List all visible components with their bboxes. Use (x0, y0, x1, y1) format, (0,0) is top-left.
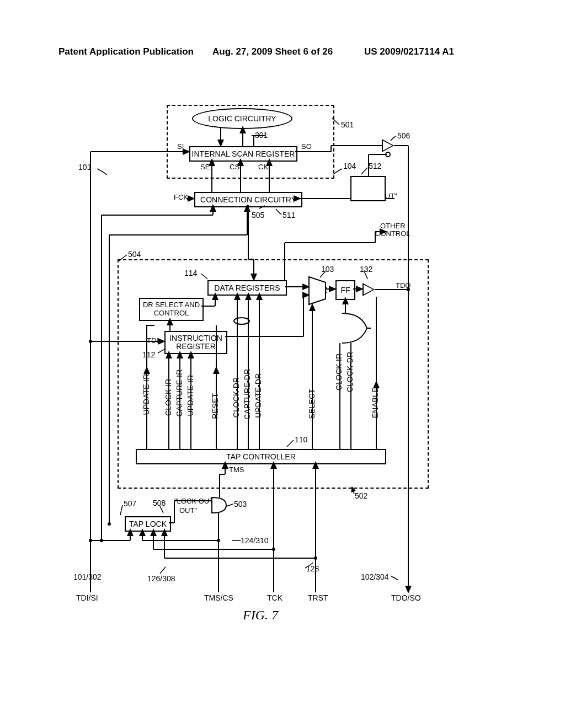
tap-lock: TAP LOCK (125, 516, 171, 532)
svg-point-66 (314, 556, 317, 560)
figure-diagram: LOGIC CIRCUITRY INTERNAL SCAN REGISTER C… (88, 105, 486, 623)
ref-114: 114 (184, 269, 197, 277)
sig-clock-dr2: CLOCK-DR (345, 352, 354, 392)
tdi-label: TDI (147, 336, 158, 345)
header-left: Patent Application Publication (58, 46, 194, 57)
ref-103: 103 (321, 265, 334, 274)
ref-507: 507 (124, 499, 136, 508)
tms-top-label: TMS (229, 465, 244, 474)
ref-501: 501 (341, 120, 354, 129)
lockout-inv-bubble (385, 152, 391, 157)
o-label: O (375, 179, 381, 188)
bottom-tdo-so: TDO/SO (391, 593, 421, 602)
svg-point-60 (217, 539, 220, 542)
other-control-label: OTHER CONTROL (375, 222, 411, 238)
ref-503: 503 (234, 500, 247, 508)
si-label: SI (177, 142, 184, 151)
instruction-register: INSTRUCTIONREGISTER (164, 331, 227, 354)
svg-point-57 (272, 548, 275, 551)
svg-line-16 (160, 567, 166, 574)
header-right: US 2009/0217114 A1 (364, 46, 454, 57)
ref-505: 505 (252, 211, 264, 220)
sig-clock-dr: CLOCK-DR (232, 377, 241, 417)
data-registers: DATA REGISTERS (207, 280, 287, 296)
sig-update-ir2: UPDATE-IR (186, 375, 195, 416)
sig-update-ir: UPDATE-IR (142, 374, 151, 415)
ref-301: 301 (255, 131, 268, 140)
ref-128: 128 (306, 564, 319, 573)
so-label: SO (301, 142, 312, 151)
sig-clock-ir2: CLOCK-IR (334, 354, 343, 390)
sig-clock-ir: CLOCK-IR (164, 379, 173, 416)
bottom-trst: TRST (308, 593, 328, 602)
tdo-label: TDO (396, 281, 411, 290)
internal-scan-register: INTERNAL SCAN REGISTER (189, 146, 297, 162)
ref-126-308: 126/308 (147, 574, 175, 583)
ref-508: 508 (153, 499, 166, 507)
sig-capture-ir: CAPTURE-IR (175, 370, 184, 417)
tap-controller: TAP CONTROLLER (136, 449, 386, 464)
svg-point-29 (89, 539, 92, 542)
ref-112: 112 (142, 350, 155, 359)
bottom-tck: TCK (267, 593, 282, 602)
svg-point-26 (89, 340, 92, 343)
mux-label: MUX (310, 286, 327, 295)
lockout-buffer-506 (382, 139, 394, 152)
connection-circuitry: CONNECTION CIRCUITRY (194, 192, 302, 207)
ck-label: CK (258, 163, 268, 171)
ref-132: 132 (360, 265, 372, 274)
ref-124-310: 124/310 (241, 536, 269, 545)
cs-label: CS (230, 163, 239, 171)
sig-select: SELECT (307, 389, 316, 419)
ref-102-304: 102/304 (361, 572, 389, 581)
sig-enable: ENABLE (371, 388, 380, 418)
or-label: OR (348, 324, 360, 333)
ref-101: 101 (78, 163, 91, 172)
ff-block: FF (335, 280, 355, 300)
ref-110: 110 (295, 435, 307, 444)
bottom-tdi-si: TDI/SI (76, 593, 98, 602)
ref-502: 502 (355, 491, 367, 500)
ref-504: 504 (128, 250, 141, 259)
sig-update-dr: UPDATE-DR (254, 373, 263, 418)
svg-point-64 (100, 539, 103, 542)
sig-reset: RESET (211, 393, 220, 419)
ref-506: 506 (397, 131, 410, 140)
svg-point-63 (108, 522, 111, 526)
dr-select-control: DR SELECT AND CONTROL (139, 298, 204, 321)
output-buffer (363, 283, 375, 296)
lockout-label-2: "LOCK OUT" (174, 497, 216, 505)
fck-label: FCK (174, 193, 188, 201)
ref-511: 511 (282, 211, 295, 220)
lockout-label-1: "LOCK OUT" (355, 192, 397, 200)
se-label: SE (200, 163, 210, 171)
sig-capture-dr: CAPTURE-DR (243, 369, 252, 420)
logic-circuitry: LOGIC CIRCUITRY (192, 108, 292, 129)
ref-512: 512 (369, 162, 381, 170)
header-center: Aug. 27, 2009 Sheet 6 of 26 (212, 46, 333, 57)
ref-101-302: 101/302 (73, 572, 102, 581)
bottom-tms-cs: TMS/CS (204, 593, 233, 602)
ref-104: 104 (343, 162, 356, 170)
figure-caption: FIG. 7 (243, 608, 278, 623)
